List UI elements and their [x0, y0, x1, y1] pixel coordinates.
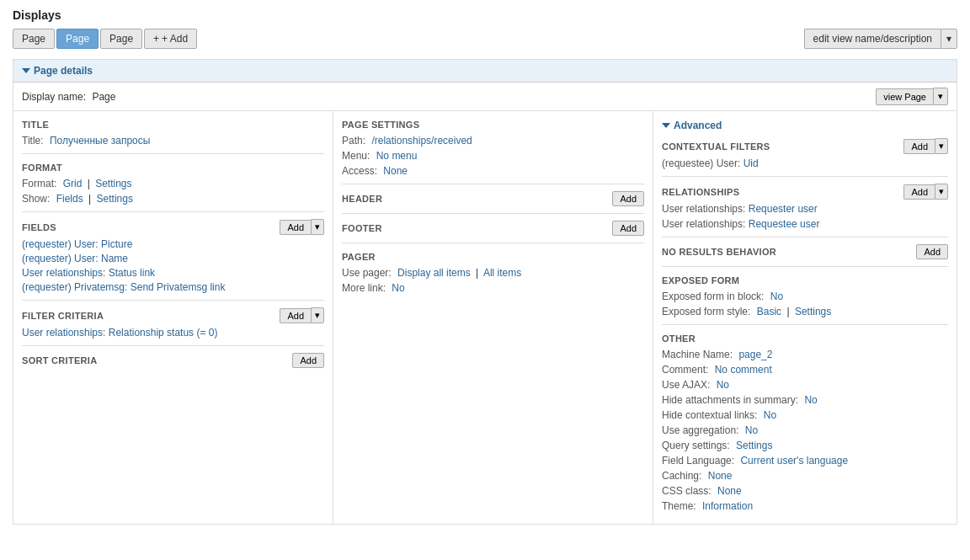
comment-label: Comment:: [662, 364, 708, 376]
field-language-value[interactable]: Current user's language: [740, 455, 848, 467]
contextual-add-dropdown[interactable]: ▾: [935, 138, 948, 154]
css-class-row: CSS class: None: [662, 485, 948, 497]
contextual-filters-header-row: CONTEXTUAL FILTERS Add ▾: [662, 138, 948, 154]
relationships-header: RELATIONSHIPS: [662, 187, 739, 197]
header-section-header: HEADER: [342, 194, 382, 204]
tab-page-3[interactable]: Page: [100, 29, 142, 49]
filter-add-btn-group: Add ▾: [280, 307, 324, 323]
comment-row: Comment: No comment: [662, 364, 948, 376]
more-link-value[interactable]: No: [392, 282, 404, 294]
fields-list: (requester) User: Picture (requester) Us…: [22, 238, 324, 293]
machine-name-row: Machine Name: page_2: [662, 349, 948, 360]
access-value[interactable]: None: [383, 165, 408, 177]
header-section-header-row: HEADER Add: [342, 191, 644, 206]
relationships-add-dropdown[interactable]: ▾: [935, 184, 948, 200]
filter-section-header: FILTER CRITERIA: [22, 311, 104, 321]
exposed-form-block-value[interactable]: No: [770, 291, 783, 302]
sort-section-header-row: SORT CRITERIA Add: [22, 353, 324, 368]
use-ajax-row: Use AJAX: No: [662, 379, 948, 391]
show-value[interactable]: Fields: [56, 193, 83, 205]
use-pager-label: Use pager:: [342, 267, 392, 279]
fields-add-btn-group: Add ▾: [280, 219, 324, 235]
view-page-button[interactable]: view Page: [876, 88, 933, 105]
sort-section-header: SORT CRITERIA: [22, 355, 97, 365]
tab-page-2[interactable]: Page: [56, 29, 99, 49]
use-aggregation-value[interactable]: No: [745, 424, 758, 436]
field-item-2[interactable]: User relationships: Status link: [22, 267, 324, 279]
footer-add-button[interactable]: Add: [612, 221, 644, 236]
edit-view-btn-group: edit view name/description ▾: [804, 29, 957, 49]
show-settings-link[interactable]: Settings: [97, 193, 133, 205]
edit-view-dropdown-button[interactable]: ▾: [941, 29, 957, 49]
add-display-button[interactable]: + + Add: [144, 29, 197, 49]
contextual-uid-link[interactable]: Uid: [743, 157, 759, 169]
filter-section-header-row: FILTER CRITERIA Add ▾: [22, 307, 324, 323]
advanced-collapse-icon: [662, 123, 670, 128]
menu-row: Menu: No menu: [342, 150, 644, 162]
menu-value[interactable]: No menu: [376, 150, 418, 162]
menu-label: Menu:: [342, 150, 370, 162]
comment-value[interactable]: No comment: [715, 364, 772, 376]
view-page-dropdown-button[interactable]: ▾: [933, 88, 948, 105]
theme-value[interactable]: Information: [702, 500, 753, 512]
no-results-header-row: NO RESULTS BEHAVIOR Add: [662, 244, 948, 259]
caching-value[interactable]: None: [708, 470, 733, 482]
relationship-item-1: User relationships: Requestee user: [662, 218, 948, 230]
caching-label: Caching:: [662, 470, 701, 482]
contextual-add-button[interactable]: Add: [903, 139, 935, 154]
access-row: Access: None: [342, 165, 644, 177]
no-results-header: NO RESULTS BEHAVIOR: [662, 247, 776, 257]
tab-page-1[interactable]: Page: [13, 29, 55, 49]
exposed-form-settings-link[interactable]: Settings: [795, 306, 831, 317]
sort-add-button[interactable]: Add: [292, 353, 324, 368]
field-item-3[interactable]: (requester) Privatemsg: Send Privatemsg …: [22, 281, 324, 293]
show-label: Show:: [22, 193, 50, 205]
contextual-paren: (requestee) User:: [662, 157, 743, 169]
fields-add-dropdown[interactable]: ▾: [311, 219, 324, 235]
hide-attachments-value[interactable]: No: [804, 394, 817, 406]
filters-list: User relationships: Relationship status …: [22, 327, 324, 339]
rel-link-0[interactable]: Requester user: [749, 203, 818, 215]
path-value[interactable]: /relationships/received: [371, 135, 472, 147]
format-section-header: FORMAT: [22, 163, 324, 173]
right-column: Advanced CONTEXTUAL FILTERS Add ▾ (reque…: [653, 111, 957, 524]
page-details-section: Page details Display name: Page view Pag…: [13, 59, 957, 525]
header-add-button[interactable]: Add: [612, 191, 644, 206]
format-settings-link[interactable]: Settings: [95, 178, 131, 189]
no-results-add-button[interactable]: Add: [916, 244, 948, 259]
use-ajax-value[interactable]: No: [717, 379, 729, 391]
format-value[interactable]: Grid: [63, 178, 83, 189]
show-row: Show: Fields | Settings: [22, 193, 324, 205]
display-name-row: Display name: Page view Page ▾: [13, 83, 957, 111]
filter-item-0[interactable]: User relationships: Relationship status …: [22, 327, 324, 339]
footer-section-header-row: FOOTER Add: [342, 221, 644, 236]
use-pager-value[interactable]: Display all items: [397, 267, 471, 279]
exposed-form-block-label: Exposed form in block:: [662, 291, 764, 302]
path-row: Path: /relationships/received: [342, 135, 644, 147]
css-class-value[interactable]: None: [717, 485, 742, 497]
all-items-link[interactable]: All items: [483, 267, 521, 279]
filter-add-dropdown[interactable]: ▾: [311, 307, 324, 323]
advanced-header[interactable]: Advanced: [662, 120, 948, 131]
page-details-header[interactable]: Page details: [13, 60, 957, 83]
use-aggregation-label: Use aggregation:: [662, 424, 738, 436]
edit-view-name-button[interactable]: edit view name/description: [804, 29, 941, 49]
field-item-1[interactable]: (requester) User: Name: [22, 253, 324, 264]
field-item-0[interactable]: (requester) User: Picture: [22, 238, 324, 250]
title-row: Title: Полученные запросы: [22, 135, 324, 147]
hide-contextual-value[interactable]: No: [764, 409, 776, 421]
contextual-filters-value-row: (requestee) User: Uid: [662, 157, 948, 169]
exposed-form-style-label: Exposed form style:: [662, 306, 750, 317]
filter-add-button[interactable]: Add: [280, 308, 311, 323]
query-settings-value[interactable]: Settings: [736, 440, 772, 451]
exposed-form-style-row: Exposed form style: Basic | Settings: [662, 306, 948, 317]
exposed-form-style-value[interactable]: Basic: [757, 306, 781, 317]
fields-add-button[interactable]: Add: [280, 220, 311, 235]
relationships-add-button[interactable]: Add: [903, 184, 935, 200]
machine-name-value[interactable]: page_2: [738, 349, 772, 360]
title-value[interactable]: Полученные запросы: [50, 135, 151, 147]
rel-link-1[interactable]: Requestee user: [749, 218, 820, 230]
plus-icon: +: [153, 33, 159, 45]
exposed-form-block-row: Exposed form in block: No: [662, 291, 948, 302]
format-label: Format:: [22, 178, 56, 189]
